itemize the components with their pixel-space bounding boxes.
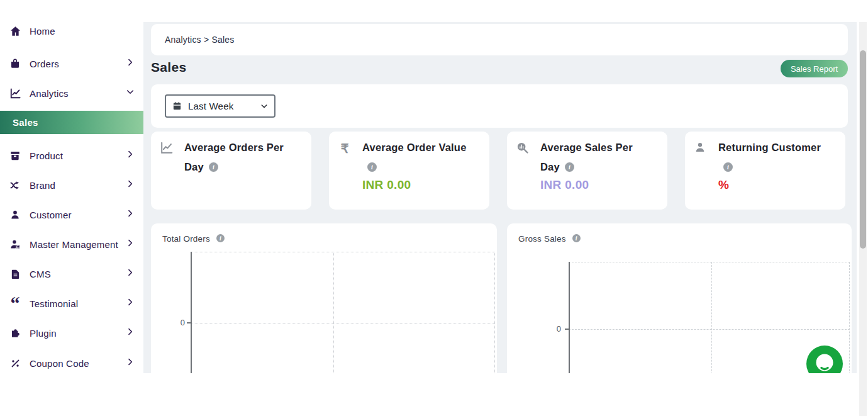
info-icon[interactable]: i (723, 162, 733, 172)
chevron-right-icon (126, 327, 135, 339)
sidebar-item-cms[interactable]: CMS (0, 265, 143, 283)
chevron-right-icon (126, 298, 135, 309)
gross-sales-chart-card: Gross Salesi 0 (507, 223, 852, 373)
chevron-right-icon (126, 357, 135, 369)
chart-gridline (569, 262, 850, 262)
metric-title: Average Order Valuei (362, 138, 476, 177)
person-icon (694, 141, 708, 155)
chart-y-axis (191, 252, 192, 373)
chart-title-text: Gross Sales (518, 234, 566, 244)
chart-gridline (494, 252, 495, 373)
info-icon[interactable]: i (367, 162, 377, 172)
puzzle-icon (9, 327, 21, 339)
metric-title-text: Returning Customer (718, 142, 821, 153)
line-chart-icon (9, 87, 21, 99)
metric-value: % (718, 178, 729, 192)
sidebar-item-customer[interactable]: Customer (0, 206, 143, 223)
sidebar-item-sales-active[interactable]: Sales (0, 111, 143, 134)
sidebar-item-brand[interactable]: Brand (0, 176, 143, 194)
metric-title: Average Sales Per Dayi (540, 138, 654, 177)
chevron-down-icon (260, 103, 268, 110)
sales-report-button[interactable]: Sales Report (781, 60, 848, 77)
metric-card-average-sales-per-day: Average Sales Per Dayi INR 0.00 (507, 132, 667, 210)
chevron-right-icon (126, 58, 135, 69)
percent-icon (9, 357, 21, 369)
chart-y-tick-label: 0 (545, 324, 561, 334)
sidebar-item-label: Home (30, 26, 55, 37)
search-chart-icon (516, 141, 530, 155)
info-icon[interactable]: i (209, 162, 218, 172)
metric-title-text: Average Order Value (362, 142, 467, 153)
metric-title: Returning Customeri (718, 138, 832, 177)
sidebar-item-master-management[interactable]: Master Management (0, 235, 143, 253)
chart-y-tick (187, 322, 191, 323)
period-select-value: Last Week (188, 101, 233, 111)
chart-y-tick (565, 329, 569, 330)
document-icon (9, 267, 21, 280)
total-orders-chart-card: Total Ordersi 0 (151, 223, 497, 373)
sidebar-item-label: Coupon Code (30, 358, 89, 369)
chart-gridline (711, 262, 712, 373)
chat-smiley-icon (806, 346, 843, 373)
shopping-bag-icon (9, 57, 21, 70)
rupee-icon: ₹ (338, 141, 352, 155)
chart-gridline (849, 262, 850, 373)
sidebar-item-coupon-code[interactable]: Coupon Code (0, 354, 143, 372)
metric-title: Average Orders Per Dayi (184, 138, 298, 177)
chevron-down-icon (126, 87, 135, 99)
period-select[interactable]: Last Week (165, 94, 275, 118)
sidebar-item-label: Sales (13, 117, 38, 128)
info-icon[interactable]: i (216, 234, 225, 242)
shuffle-icon (9, 179, 21, 191)
main-content: Analytics > Sales Sales Sales Report Las… (143, 0, 868, 416)
chart-gridline (333, 252, 334, 373)
chart-title-text: Total Orders (162, 234, 210, 244)
metric-card-returning-customer: Returning Customeri % (685, 132, 845, 210)
info-icon[interactable]: i (572, 234, 581, 242)
sidebar-item-label: Orders (30, 59, 59, 69)
sidebar-item-analytics[interactable]: Analytics (0, 84, 143, 102)
sidebar-item-label: CMS (30, 269, 51, 279)
calendar-icon (172, 101, 182, 111)
chevron-right-icon (126, 209, 135, 220)
metric-value: INR 0.00 (540, 178, 589, 192)
chart-y-axis (569, 262, 570, 373)
metric-card-average-orders-per-day: Average Orders Per Dayi (151, 132, 311, 210)
metric-title-text: Average Orders Per Day (184, 142, 284, 172)
chart-zero-gridline (191, 323, 495, 323)
line-chart-icon (160, 141, 174, 155)
sidebar-item-orders[interactable]: Orders (0, 55, 143, 72)
chart-zero-gridline (569, 329, 850, 330)
chevron-right-icon (126, 268, 135, 279)
breadcrumb-card: Analytics > Sales (151, 24, 848, 55)
sidebar-item-home[interactable]: Home (0, 22, 143, 40)
chart-y-tick-label: 0 (169, 318, 185, 327)
metric-value: INR 0.00 (362, 178, 411, 192)
chevron-right-icon (126, 239, 135, 250)
vertical-scrollbar-thumb[interactable] (860, 50, 866, 249)
info-icon[interactable]: i (565, 162, 574, 172)
chevron-right-icon (126, 150, 135, 161)
sidebar-item-label: Customer (30, 210, 72, 220)
sidebar-item-label: Testimonial (30, 298, 78, 309)
sidebar-item-label: Master Management (30, 239, 118, 250)
sidebar-item-plugin[interactable]: Plugin (0, 324, 143, 342)
sidebar-item-label: Product (30, 150, 63, 161)
product-box-icon (9, 149, 21, 162)
metric-card-average-order-value: ₹ Average Order Valuei INR 0.00 (329, 132, 489, 210)
breadcrumb[interactable]: Analytics > Sales (165, 35, 234, 45)
sidebar-item-label: Analytics (30, 88, 69, 99)
home-icon (9, 25, 21, 37)
chat-widget-button[interactable] (806, 346, 843, 373)
sidebar-item-label: Brand (30, 180, 55, 191)
sidebar-item-product[interactable]: Product (0, 147, 143, 164)
content-panel: Analytics > Sales Sales Sales Report Las… (143, 22, 857, 373)
person-gear-icon (9, 238, 21, 250)
chart-title: Gross Salesi (518, 234, 581, 244)
page-title: Sales (151, 60, 186, 75)
sidebar-item-label: Plugin (30, 328, 57, 339)
sidebar-item-testimonial[interactable]: “ Testimonial (0, 295, 143, 312)
sidebar: Home Orders Analytics Sales Product (0, 0, 143, 416)
vertical-scrollbar-track[interactable] (859, 22, 867, 416)
person-icon (9, 208, 21, 221)
